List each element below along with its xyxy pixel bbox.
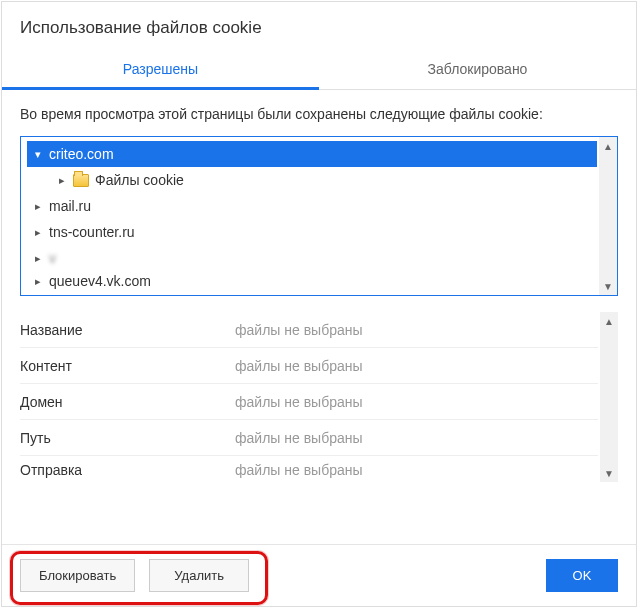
block-button[interactable]: Блокировать (20, 559, 135, 592)
dialog-content: Во время просмотра этой страницы были со… (2, 90, 636, 544)
scroll-up-icon[interactable]: ▲ (599, 137, 617, 155)
cookie-tree[interactable]: ▾ criteo.com ▸ Файлы cookie ▸ mail.ru ▸ … (20, 136, 618, 296)
ok-button[interactable]: OK (546, 559, 618, 592)
tree-scrollbar[interactable]: ▲ ▼ (599, 137, 617, 295)
tab-allowed[interactable]: Разрешены (2, 51, 319, 89)
scroll-down-icon[interactable]: ▼ (599, 277, 617, 295)
tree-item-blurred[interactable]: ▸ v (27, 245, 597, 271)
tab-blocked[interactable]: Заблокировано (319, 51, 636, 89)
detail-label: Путь (20, 430, 235, 446)
chevron-right-icon: ▸ (33, 252, 43, 265)
scroll-down-icon[interactable]: ▼ (600, 464, 618, 482)
tree-item-mailru[interactable]: ▸ mail.ru (27, 193, 597, 219)
tree-item-label: queuev4.vk.com (49, 273, 151, 289)
detail-value: файлы не выбраны (235, 358, 363, 374)
tree-item-tnscounter[interactable]: ▸ tns-counter.ru (27, 219, 597, 245)
chevron-right-icon: ▸ (57, 174, 67, 187)
tree-item-cookies-folder[interactable]: ▸ Файлы cookie (27, 167, 597, 193)
cookie-details: Название файлы не выбраны Контент файлы … (20, 312, 618, 482)
chevron-right-icon: ▸ (33, 200, 43, 213)
cookie-dialog: Использование файлов cookie Разрешены За… (1, 1, 637, 607)
folder-icon (73, 174, 89, 187)
tree-item-label: criteo.com (49, 146, 114, 162)
details-scrollbar[interactable]: ▲ ▼ (600, 312, 618, 482)
intro-text: Во время просмотра этой страницы были со… (20, 106, 618, 122)
tree-item-label: mail.ru (49, 198, 91, 214)
tree-list: ▾ criteo.com ▸ Файлы cookie ▸ mail.ru ▸ … (21, 137, 617, 295)
chevron-right-icon: ▸ (33, 226, 43, 239)
detail-value: файлы не выбраны (235, 430, 363, 446)
tree-item-label: tns-counter.ru (49, 224, 135, 240)
tree-item-criteo[interactable]: ▾ criteo.com (27, 141, 597, 167)
detail-row-name: Название файлы не выбраны (20, 312, 598, 348)
dialog-title: Использование файлов cookie (2, 2, 636, 51)
detail-label: Домен (20, 394, 235, 410)
detail-row-content: Контент файлы не выбраны (20, 348, 598, 384)
detail-label: Отправка (20, 462, 235, 478)
chevron-right-icon: ▸ (33, 275, 43, 288)
scroll-up-icon[interactable]: ▲ (600, 312, 618, 330)
detail-label: Название (20, 322, 235, 338)
detail-row-send: Отправка файлы не выбраны (20, 456, 598, 482)
dialog-footer: Блокировать Удалить OK (2, 544, 636, 606)
detail-value: файлы не выбраны (235, 322, 363, 338)
detail-row-path: Путь файлы не выбраны (20, 420, 598, 456)
tab-bar: Разрешены Заблокировано (2, 51, 636, 90)
tree-item-label: v (49, 250, 56, 266)
tree-item-queuev4[interactable]: ▸ queuev4.vk.com (27, 271, 597, 291)
detail-value: файлы не выбраны (235, 462, 363, 478)
chevron-down-icon: ▾ (33, 148, 43, 161)
detail-label: Контент (20, 358, 235, 374)
detail-value: файлы не выбраны (235, 394, 363, 410)
delete-button[interactable]: Удалить (149, 559, 249, 592)
detail-row-domain: Домен файлы не выбраны (20, 384, 598, 420)
tree-item-label: Файлы cookie (95, 172, 184, 188)
